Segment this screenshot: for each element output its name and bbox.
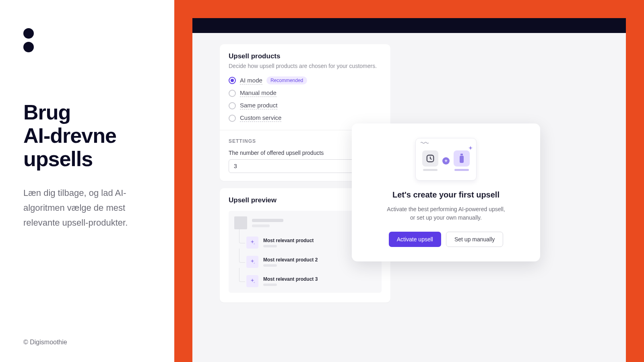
heading-line: upsells xyxy=(23,147,93,171)
page-heading: Brug AI-drevne upsells xyxy=(23,101,151,171)
recommended-badge: Recommended xyxy=(266,76,307,84)
sparkle-icon xyxy=(246,256,258,268)
app-topbar xyxy=(192,18,626,33)
radio-label: Custom service xyxy=(240,114,281,122)
svg-rect-2 xyxy=(460,156,464,163)
showcase-panel: Upsell products Decide how upsell produc… xyxy=(174,0,644,362)
modal-title: Let's create your first upsell xyxy=(366,190,526,200)
clock-icon xyxy=(422,150,438,167)
preview-item-label: Most relevant product xyxy=(263,238,314,243)
radio-same-product[interactable]: Same product xyxy=(229,102,382,109)
radio-custom-service[interactable]: Custom service xyxy=(229,114,382,122)
radio-manual-mode[interactable]: Manual mode xyxy=(229,89,382,97)
app-content: Upsell products Decide how upsell produc… xyxy=(192,33,626,362)
radio-icon xyxy=(229,115,236,122)
page-subtext: Læn dig tilbage, og lad AI-algoritmen væ… xyxy=(23,185,151,230)
create-upsell-modal: + Let's create your first upsell xyxy=(352,123,540,261)
radio-ai-mode[interactable]: AI mode Recommended xyxy=(229,76,382,84)
squiggle-icon xyxy=(421,142,429,144)
logo xyxy=(23,28,151,52)
heading-line: AI-drevne xyxy=(23,124,116,147)
copyright: © Digismoothie xyxy=(23,339,67,346)
preview-item: Most relevant product 3 xyxy=(246,275,376,287)
radio-label: Same product xyxy=(240,102,277,109)
svg-rect-1 xyxy=(460,154,463,155)
radio-icon xyxy=(229,77,236,84)
radio-label: AI mode xyxy=(240,77,262,84)
sparkle-icon xyxy=(467,145,474,152)
plus-icon: + xyxy=(442,157,450,165)
app-window: Upsell products Decide how upsell produc… xyxy=(192,18,626,362)
info-panel: Brug AI-drevne upsells Læn dig tilbage, … xyxy=(0,0,174,362)
activate-upsell-button[interactable]: Activate upsell xyxy=(389,232,441,247)
preview-item-label: Most relevant product 2 xyxy=(263,257,318,263)
card-subtitle: Decide how upsell products are chosen fo… xyxy=(229,63,382,69)
modal-text: Activate the best performing AI-powered … xyxy=(366,205,526,222)
card-title: Upsell products xyxy=(229,52,382,60)
bottle-icon xyxy=(454,150,470,167)
sparkle-icon xyxy=(246,237,258,249)
preview-item-label: Most relevant product 3 xyxy=(263,276,318,282)
radio-icon xyxy=(229,90,236,97)
radio-label: Manual mode xyxy=(240,89,277,97)
modal-illustration: + xyxy=(415,138,477,181)
product-placeholder-icon xyxy=(234,216,247,229)
product-placeholder-text xyxy=(252,219,283,227)
setup-manually-button[interactable]: Set up manually xyxy=(446,232,503,247)
radio-icon xyxy=(229,102,236,109)
heading-line: Brug xyxy=(23,101,70,124)
sparkle-icon xyxy=(246,275,258,287)
